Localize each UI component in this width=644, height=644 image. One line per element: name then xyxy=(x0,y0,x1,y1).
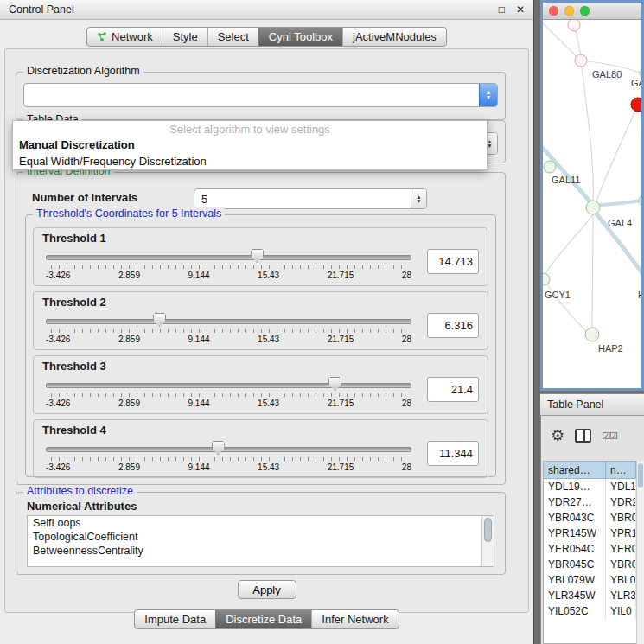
cell[interactable]: YPR1 xyxy=(606,526,636,541)
tick-label: -3.426 xyxy=(46,399,70,408)
table-scrollbar[interactable] xyxy=(636,461,644,644)
tab-impute-data[interactable]: Impute Data xyxy=(135,610,215,628)
zoom-traffic-light[interactable] xyxy=(580,6,590,16)
network-view-window: GAL80 GA GAL11 GAL4 GCY1 H HAP2 xyxy=(540,0,644,391)
slider-track[interactable] xyxy=(46,383,411,388)
threshold-4-value-field[interactable]: 11.344 xyxy=(427,441,479,466)
tab-label: Cyni Toolbox xyxy=(269,30,333,43)
scrollbar-thumb[interactable] xyxy=(638,463,643,488)
table-row[interactable]: YDR27…YDR2 xyxy=(544,494,636,510)
table-row[interactable]: YDL19…YDL1 xyxy=(544,479,636,494)
node-gal11[interactable] xyxy=(544,161,556,173)
close-window-icon[interactable]: ✕ xyxy=(516,3,525,16)
number-of-intervals-combobox[interactable]: 5 ▲▼ xyxy=(194,188,427,209)
table-row[interactable]: YBR043CYBR0 xyxy=(544,510,636,526)
threshold-1-slider[interactable]: -3.426 2.859 9.144 15.43 21.715 28 xyxy=(46,248,411,283)
cell[interactable]: YER0 xyxy=(606,541,636,557)
combobox-stepper-icon[interactable]: ▲▼ xyxy=(411,189,426,208)
table-row[interactable]: YPR145WYPR1 xyxy=(544,526,636,541)
control-panel-titlebar[interactable]: Control Panel □ ✕ xyxy=(0,0,533,20)
column-header-name[interactable]: n… xyxy=(606,462,636,478)
threshold-3-value-field[interactable]: 21.4 xyxy=(427,377,479,402)
tab-select[interactable]: Select xyxy=(207,28,258,46)
apply-button[interactable]: Apply xyxy=(238,580,296,599)
network-icon xyxy=(97,32,107,42)
cell[interactable]: YIL0 xyxy=(606,603,636,619)
slider-track[interactable] xyxy=(46,255,411,260)
node-gal4[interactable] xyxy=(586,201,600,214)
cell[interactable]: YBR0 xyxy=(606,510,636,526)
scrollbar-thumb[interactable] xyxy=(484,518,492,542)
tab-jactivemnodules[interactable]: jActiveMNodules xyxy=(342,28,446,46)
column-header-shared-name[interactable]: shared… xyxy=(544,462,606,478)
cell[interactable]: YER054C xyxy=(544,541,606,557)
table-row[interactable]: YBL079WYBL0 xyxy=(544,572,636,588)
table-panel-title: Table Panel xyxy=(547,399,603,411)
node[interactable] xyxy=(568,20,580,31)
slider-thumb[interactable] xyxy=(251,249,264,263)
slider-thumb[interactable] xyxy=(328,377,341,391)
node[interactable] xyxy=(639,194,641,207)
node-selected-red[interactable] xyxy=(631,98,641,112)
cell[interactable]: YDL19… xyxy=(544,479,606,494)
threshold-2-slider[interactable]: -3.426 2.859 9.144 15.43 21.715 28 xyxy=(46,312,411,347)
slider-ticks xyxy=(51,393,405,397)
cell[interactable]: YDL1 xyxy=(606,479,636,494)
cell[interactable]: YPR145W xyxy=(544,526,606,541)
tab-cyni-toolbox[interactable]: Cyni Toolbox xyxy=(258,28,342,46)
cell[interactable]: YBR045C xyxy=(544,557,606,572)
node-hap2[interactable] xyxy=(585,328,599,341)
table-row[interactable]: YLR345WYLR3 xyxy=(544,588,636,603)
select-columns-checkboxes-icon[interactable]: ☑☑ xyxy=(602,430,617,442)
threshold-4-slider[interactable]: -3.426 2.859 9.144 15.43 21.715 28 xyxy=(46,440,411,475)
dropdown-item-manual-discretization[interactable]: Manual Discretization xyxy=(13,137,487,153)
numerical-attributes-label: Numerical Attributes xyxy=(27,500,137,513)
list-scrollbar[interactable] xyxy=(481,516,494,566)
slider-thumb[interactable] xyxy=(212,441,225,455)
table-row[interactable]: YER054CYER0 xyxy=(544,541,636,557)
threshold-2-value-field[interactable]: 6.316 xyxy=(427,313,479,338)
cell[interactable]: YBR043C xyxy=(544,510,606,526)
gear-icon[interactable]: ⚙ xyxy=(551,428,564,443)
list-item[interactable]: BetweennessCentrality xyxy=(28,544,494,558)
slider-track[interactable] xyxy=(46,319,411,324)
minimize-traffic-light[interactable] xyxy=(564,6,574,16)
cell[interactable]: YLR3 xyxy=(606,588,636,603)
dropdown-item-equal-width-frequency[interactable]: Equal Width/Frequency Discretization xyxy=(13,153,487,169)
threshold-1-value-field[interactable]: 14.713 xyxy=(427,249,479,274)
table-panel-header[interactable]: Table Panel xyxy=(540,393,644,416)
control-panel-window: Control Panel □ ✕ Network Style Select xyxy=(0,0,534,644)
node-gal80[interactable] xyxy=(575,54,587,67)
slider-thumb[interactable] xyxy=(153,313,166,327)
tick-label: 21.715 xyxy=(328,271,354,280)
tab-network[interactable]: Network xyxy=(87,28,163,46)
numerical-attributes-list[interactable]: SelfLoops TopologicalCoefficient Between… xyxy=(27,515,494,567)
network-window-titlebar[interactable] xyxy=(543,3,641,20)
tick-label: 2.859 xyxy=(118,399,140,408)
tick-label: 2.859 xyxy=(118,462,140,472)
close-traffic-light[interactable] xyxy=(549,6,558,16)
cell[interactable]: YLR345W xyxy=(544,588,606,603)
tab-discretize-data[interactable]: Discretize Data xyxy=(215,610,311,628)
columns-icon[interactable] xyxy=(575,429,591,443)
cell[interactable]: YBL079W xyxy=(544,572,606,588)
slider-track[interactable] xyxy=(46,447,411,452)
table-row[interactable]: YBR045CYBR0 xyxy=(544,557,636,572)
list-item[interactable]: SelfLoops xyxy=(28,516,494,530)
algorithm-combobox[interactable]: ▲▼ xyxy=(23,83,498,107)
cell[interactable]: YIL052C xyxy=(544,603,606,619)
combobox-stepper-icon[interactable]: ▲▼ xyxy=(479,84,497,106)
cell[interactable]: YBL0 xyxy=(606,572,636,588)
tab-label: Select xyxy=(218,30,249,43)
cell[interactable]: YBR0 xyxy=(606,557,636,572)
network-canvas[interactable]: GAL80 GA GAL11 GAL4 GCY1 H HAP2 xyxy=(543,20,641,388)
float-window-icon[interactable]: □ xyxy=(499,3,505,16)
cell[interactable]: YDR2 xyxy=(606,494,636,510)
cell[interactable]: YDR27… xyxy=(544,494,606,510)
node-gcy1[interactable] xyxy=(543,273,550,285)
tab-style[interactable]: Style xyxy=(163,28,207,46)
threshold-3-slider[interactable]: -3.426 2.859 9.144 15.43 21.715 28 xyxy=(46,376,411,411)
tab-infer-network[interactable]: Infer Network xyxy=(311,610,398,628)
table-row[interactable]: YIL052CYIL0 xyxy=(544,603,636,619)
list-item[interactable]: TopologicalCoefficient xyxy=(28,530,494,544)
